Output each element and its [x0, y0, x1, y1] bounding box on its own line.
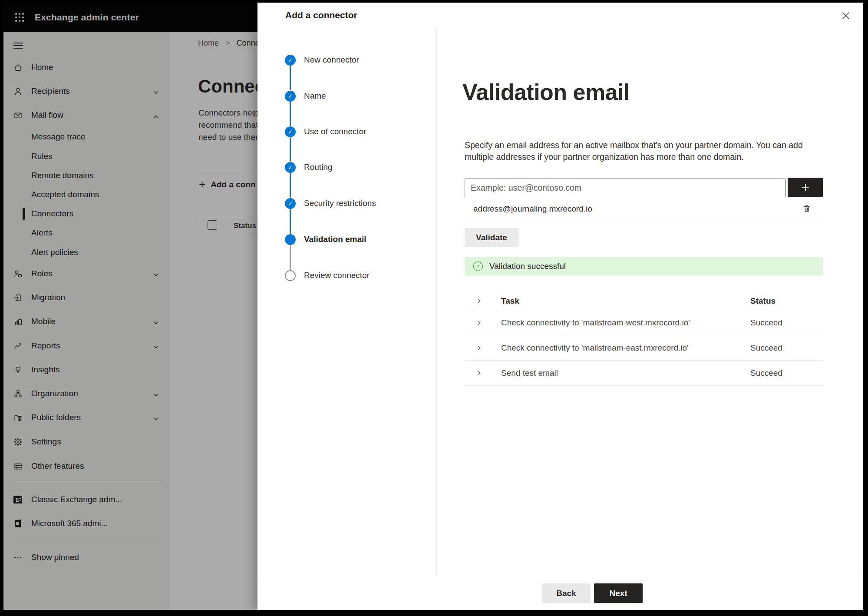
- step-complete-icon: ✓: [285, 162, 296, 173]
- step-label: Review connector: [304, 271, 370, 280]
- chevron-right-icon[interactable]: [475, 319, 483, 327]
- step-label: Routing: [304, 162, 333, 172]
- close-button[interactable]: [837, 7, 855, 25]
- step-label: Security restrictions: [304, 199, 376, 208]
- step-label: Use of connector: [304, 127, 366, 136]
- table-row[interactable]: Check connectivity to 'mailstream-west.m…: [465, 310, 823, 335]
- table-header-row: Task Status: [465, 292, 823, 310]
- app-window: Exchange admin center Home Recipients Ma…: [3, 3, 863, 610]
- header-divider: [257, 28, 863, 28]
- column-header-task: Task: [501, 296, 519, 306]
- step-complete-icon: ✓: [285, 91, 296, 102]
- wizard-step-routing[interactable]: ✓ Routing: [285, 158, 333, 177]
- plus-icon: [801, 183, 810, 192]
- table-row[interactable]: Check connectivity to 'mailstream-east.m…: [465, 335, 823, 361]
- divider: [465, 222, 823, 222]
- step-pending-icon: [285, 270, 296, 281]
- step-complete-icon: ✓: [285, 55, 296, 66]
- status-cell: Succeed: [750, 318, 782, 328]
- task-cell: Check connectivity to 'mailstream-west.m…: [501, 318, 690, 328]
- step-complete-icon: ✓: [285, 126, 296, 137]
- wizard-step-use-of-connector[interactable]: ✓ Use of connector: [285, 122, 366, 141]
- status-cell: Succeed: [750, 343, 782, 353]
- step-label: New connector: [304, 55, 359, 65]
- task-cell: Check connectivity to 'mailstream-east.m…: [501, 343, 689, 353]
- step-current-icon: [285, 234, 296, 245]
- table-row[interactable]: Send test email Succeed: [465, 361, 823, 386]
- dialog-title: Add a connector: [285, 3, 357, 28]
- added-address-text: address@journaling.mxrecord.io: [473, 204, 592, 214]
- wizard-step-validation-email[interactable]: Validation email: [285, 230, 366, 249]
- task-cell: Send test email: [501, 368, 558, 378]
- chevron-right-icon[interactable]: [475, 344, 483, 352]
- validate-button[interactable]: Validate: [465, 228, 518, 247]
- next-button[interactable]: Next: [594, 583, 643, 603]
- step-complete-icon: ✓: [285, 198, 296, 209]
- trash-icon: [802, 204, 812, 213]
- step-label: Validation email: [304, 235, 366, 244]
- screenshot-frame: Exchange admin center Home Recipients Ma…: [0, 0, 868, 616]
- success-check-icon: ✓: [473, 262, 483, 271]
- wizard-step-security-restrictions[interactable]: ✓ Security restrictions: [285, 194, 376, 213]
- validation-results-table: Task Status Check connectivity to 'mails…: [465, 292, 823, 386]
- close-icon: [841, 11, 851, 20]
- column-header-status: Status: [750, 296, 776, 306]
- validation-success-banner: ✓ Validation successful: [465, 257, 823, 275]
- back-button[interactable]: Back: [542, 583, 591, 603]
- validation-email-heading: Validation email: [462, 79, 630, 105]
- status-cell: Succeed: [750, 368, 782, 378]
- validation-email-description: Specify an email address for an active m…: [465, 139, 814, 163]
- wizard-step-name[interactable]: ✓ Name: [285, 86, 326, 106]
- email-address-input[interactable]: [465, 179, 785, 197]
- chevron-right-icon[interactable]: [475, 369, 483, 377]
- add-connector-dialog: Add a connector ✓ New connector ✓ Name ✓…: [257, 3, 863, 610]
- wizard-step-review-connector[interactable]: Review connector: [285, 266, 370, 285]
- delete-address-button[interactable]: [799, 202, 814, 215]
- footer-divider: [257, 575, 863, 575]
- add-address-button[interactable]: [788, 178, 823, 197]
- step-label: Name: [304, 91, 326, 101]
- success-message: Validation successful: [489, 262, 566, 271]
- chevron-right-icon[interactable]: [475, 297, 483, 305]
- wizard-step-new-connector[interactable]: ✓ New connector: [285, 50, 359, 70]
- wizard-divider: [436, 28, 437, 575]
